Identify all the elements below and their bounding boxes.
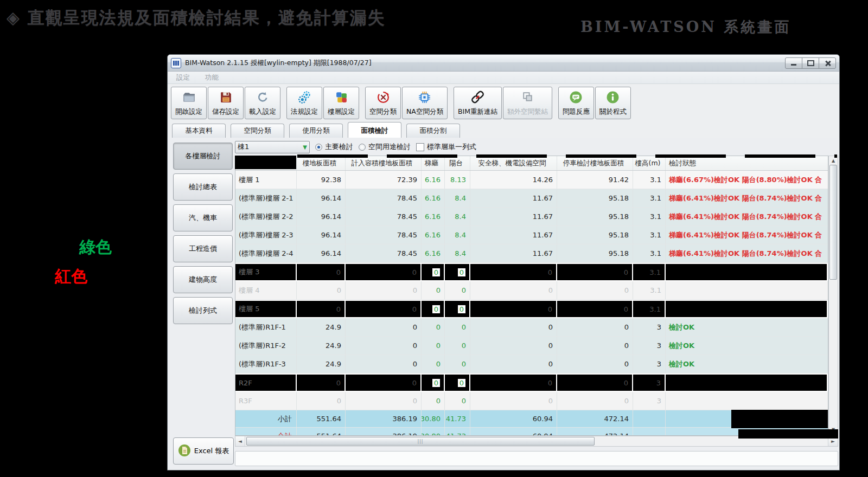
cell: 8.4	[445, 208, 470, 225]
cell: 0	[422, 301, 445, 317]
cell-value: 8.4	[455, 194, 466, 202]
sidebar-item-check-summary[interactable]: 檢討總表	[173, 173, 233, 201]
sidebar-item-floor-check[interactable]: 各樓層檢討	[173, 143, 233, 170]
vertical-scroll-thumb[interactable]	[829, 165, 837, 280]
cell: 0	[557, 337, 633, 354]
cell: 3	[633, 355, 666, 373]
cell: 0	[557, 355, 633, 373]
cell: 386.19	[346, 428, 422, 435]
cell: 0	[557, 375, 633, 391]
table-row[interactable]: 樓層 50000003.1	[235, 300, 828, 318]
toolbar: 開啟設定儲存設定載入設定法規設定樓層設定空間分類NA空間分類BIM重新連結額外空…	[168, 84, 839, 122]
menu-item-0[interactable]: 設定	[176, 73, 190, 82]
vertical-scrollbar[interactable]: ▲ ▼	[828, 156, 838, 434]
cell-value: 6.16	[425, 194, 441, 202]
column-header: 檢討狀態	[666, 156, 828, 170]
toolbar-button-label: 開啟設定	[175, 107, 202, 117]
cell: 3	[633, 318, 666, 336]
table-row[interactable]: (標準層)R1F-324.9000003檢討OK	[235, 355, 828, 373]
tab-usage-category[interactable]: 使用分類	[289, 124, 343, 138]
radio-main-check[interactable]: 主要檢討	[315, 142, 353, 152]
cell: 6.16	[422, 171, 445, 189]
cell: 0	[422, 318, 445, 336]
cell: 472.14	[557, 410, 633, 427]
cell-value: 0	[436, 397, 441, 405]
row-label: R3F	[235, 392, 297, 410]
cell: 0	[445, 355, 470, 373]
tools-icon	[376, 90, 390, 104]
building-select[interactable]: 棟1 ▼	[235, 141, 310, 153]
gears-icon	[297, 90, 311, 104]
cell-value: 0	[413, 397, 417, 405]
bim-relink-button[interactable]: BIM重新連結	[454, 87, 502, 119]
sidebar-item-construction-cost[interactable]: 工程造價	[173, 235, 233, 262]
cell: 6.16	[422, 226, 445, 244]
space-category-button[interactable]: 空間分類	[365, 87, 401, 119]
cell-value: 0	[436, 360, 441, 368]
about-button[interactable]: 關於程式	[595, 87, 631, 119]
table-row[interactable]: (標準層)R1F-224.9000003檢討OK	[235, 337, 828, 355]
feedback-button[interactable]: 問題反應	[558, 87, 594, 119]
table-row[interactable]: R3F0000003	[235, 392, 828, 410]
save-settings-button[interactable]: 儲存設定	[208, 87, 244, 119]
maximize-button[interactable]	[802, 57, 819, 69]
regulation-settings-button[interactable]: 法規設定	[286, 87, 322, 119]
checkbox-standard-row[interactable]: 標準層単一列式	[416, 142, 476, 152]
status-cell	[666, 392, 828, 410]
table-row[interactable]: (標準層)樓層 2-196.1478.456.168.411.6795.183.…	[235, 189, 828, 208]
table-row[interactable]: R2F0000003	[235, 373, 828, 392]
cell-value: 91.42	[609, 176, 629, 184]
cell: 3.1	[633, 226, 666, 244]
floor-settings-button[interactable]: 樓層設定	[323, 87, 359, 119]
application-window: BIM-Watson 2.1.15 授權[wylin-empty] 期限[198…	[167, 54, 840, 470]
minimize-button[interactable]	[785, 57, 802, 69]
cell-value: 551.64	[317, 415, 342, 423]
tab-basic-info[interactable]: 基本資料	[172, 124, 226, 138]
status-text: 檢討OK	[669, 341, 694, 351]
cell-value: 0	[336, 305, 341, 313]
tab-space-category[interactable]: 空間分類	[231, 124, 284, 138]
table-row[interactable]: (標準層)R1F-124.9000003檢討OK	[235, 318, 828, 337]
table-row[interactable]: (標準層)樓層 2-496.1478.456.168.411.6795.183.…	[235, 244, 828, 263]
cell-value: 78.45	[397, 249, 417, 257]
cell-value: 3	[657, 323, 661, 331]
column-header: 樓地板面積	[297, 156, 346, 170]
sidebar-item-check-list[interactable]: 檢討列式	[173, 297, 233, 324]
open-settings-button[interactable]: 開啟設定	[171, 87, 207, 119]
status-cell	[666, 281, 828, 299]
close-button[interactable]	[819, 57, 836, 69]
horizontal-scroll-thumb[interactable]: |||	[246, 437, 595, 446]
cell: 3	[633, 375, 666, 391]
cell: 41.73	[445, 428, 470, 435]
excel-report-button[interactable]: Excel 報表	[173, 437, 234, 465]
cell-value: 8.13	[450, 176, 466, 184]
extra-space-binding-button: 額外空間繫結	[503, 87, 552, 119]
sidebar-item-building-height[interactable]: 建物高度	[173, 266, 233, 293]
cell: 0	[445, 337, 470, 354]
cell-value: 96.14	[321, 194, 341, 202]
cell-value: 3.1	[650, 286, 661, 294]
table-row[interactable]: 樓層 40000003.1	[235, 281, 828, 300]
cell: 8.13	[445, 171, 470, 189]
menu-item-1[interactable]: 功能	[205, 73, 219, 82]
cell-value: 0	[462, 397, 466, 405]
sidebar-item-vehicle[interactable]: 汽、機車	[173, 204, 233, 231]
scroll-left-arrow-icon[interactable]: ◄	[235, 436, 245, 446]
table-row[interactable]: (標準層)樓層 2-396.1478.456.168.411.6795.183.…	[235, 226, 828, 244]
table-row[interactable]: 樓層 30000003.1	[235, 263, 828, 281]
cell-value: 30.80	[422, 415, 441, 423]
table-row[interactable]: (標準層)樓層 2-296.1478.456.168.411.6795.183.…	[235, 208, 828, 226]
cell: 78.45	[346, 189, 422, 207]
cell-value: 3	[657, 397, 661, 405]
radio-usage-check[interactable]: 空間用途檢討	[359, 142, 411, 152]
cell: 3	[633, 392, 666, 410]
table-row[interactable]: 樓層 192.3872.396.168.1314.2691.423.1梯廳(6.…	[235, 171, 828, 189]
tab-area-check[interactable]: 面積檢討	[348, 122, 401, 138]
na-space-category-button[interactable]: NA空間分類	[402, 87, 448, 119]
cell: 0	[445, 392, 470, 410]
tabstrip: 基本資料空間分類使用分類面積檢討面積分割	[168, 122, 839, 138]
load-settings-button[interactable]: 載入設定	[245, 87, 280, 119]
cell: 0	[445, 264, 470, 280]
cell-value: 0	[624, 397, 629, 405]
tab-area-split[interactable]: 面積分割	[406, 124, 460, 138]
